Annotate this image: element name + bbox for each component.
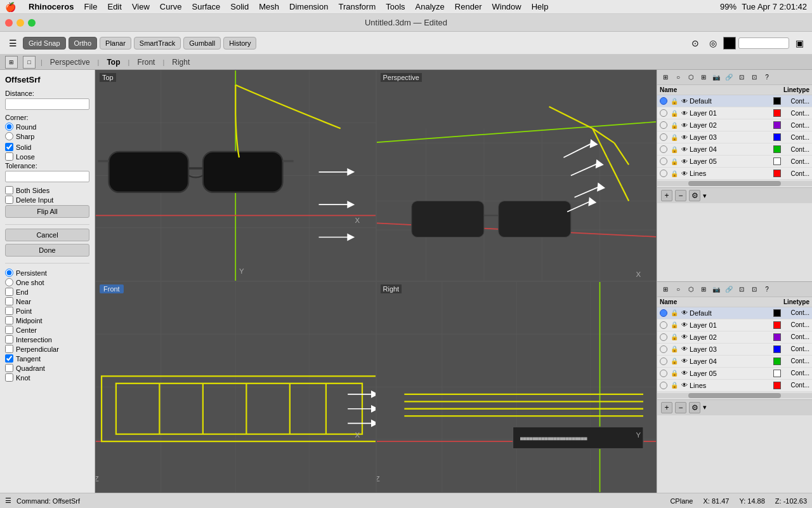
delete-input-checkbox-item[interactable]: Delete Input bbox=[5, 196, 89, 204]
layer-row[interactable]: 🔒👁Layer 03Cont... bbox=[657, 131, 812, 144]
eye-icon[interactable]: 👁 bbox=[680, 309, 689, 318]
remove-layer-button-top[interactable]: − bbox=[675, 190, 686, 201]
done-button[interactable]: Done bbox=[5, 244, 89, 257]
oneshot-radio-item[interactable]: One shot bbox=[5, 278, 89, 286]
both-sides-checkbox-item[interactable]: Both Sides bbox=[5, 186, 89, 194]
layer-icon-2[interactable]: ○ bbox=[672, 72, 684, 83]
tab-perspective[interactable]: Perspective bbox=[43, 57, 98, 68]
layer-color-swatch[interactable] bbox=[773, 358, 781, 365]
layer-color-swatch[interactable] bbox=[773, 321, 781, 329]
snap-tangent-checkbox[interactable] bbox=[5, 354, 13, 363]
menu-mesh[interactable]: Mesh bbox=[259, 2, 279, 11]
layer-radio-default[interactable] bbox=[660, 309, 667, 317]
flip-all-button[interactable]: Flip All bbox=[5, 205, 89, 218]
snap-end-checkbox[interactable] bbox=[5, 288, 13, 296]
sharp-radio-item[interactable]: Sharp bbox=[5, 132, 89, 140]
sidebar-right-toggle[interactable]: ▣ bbox=[792, 36, 807, 51]
eye-icon[interactable]: 👁 bbox=[680, 333, 689, 342]
add-layer-button-top[interactable]: + bbox=[661, 190, 672, 201]
snap-point-item[interactable]: Point bbox=[5, 307, 89, 315]
layer-color-swatch[interactable] bbox=[773, 133, 781, 141]
layer-icon-4[interactable]: ⊞ bbox=[698, 72, 709, 83]
layer-icon-b7[interactable]: ⊡ bbox=[736, 283, 747, 295]
layer-row[interactable]: 🔒👁Layer 02Cont... bbox=[657, 119, 812, 131]
tab-top[interactable]: Top bbox=[99, 57, 128, 68]
solid-checkbox[interactable] bbox=[5, 143, 13, 151]
layer-radio-layer 05[interactable] bbox=[660, 157, 667, 165]
viewport-perspective[interactable]: Perspective bbox=[376, 70, 657, 281]
menu-window[interactable]: Window bbox=[492, 2, 521, 11]
viewport-right[interactable]: Right bbox=[376, 281, 657, 493]
menu-file[interactable]: File bbox=[84, 2, 98, 11]
cplane-indicator[interactable]: CPlane bbox=[670, 497, 693, 505]
grid-snap-button[interactable]: Grid Snap bbox=[23, 37, 66, 50]
layer-color-swatch[interactable] bbox=[773, 333, 781, 341]
menu-dimension[interactable]: Dimension bbox=[289, 2, 328, 11]
layer-icon-7[interactable]: ⊡ bbox=[736, 72, 747, 83]
round-radio[interactable] bbox=[5, 123, 13, 131]
color-swatch[interactable] bbox=[723, 37, 736, 50]
solid-checkbox-item[interactable]: Solid bbox=[5, 143, 89, 151]
round-radio-item[interactable]: Round bbox=[5, 123, 89, 131]
sidebar-toggle-button[interactable]: ☰ bbox=[5, 36, 20, 51]
tab-right[interactable]: Right bbox=[164, 57, 197, 68]
viewport-front[interactable]: Front bbox=[95, 281, 376, 493]
layer-row[interactable]: 🔒👁LinesCont... bbox=[657, 380, 812, 392]
planar-button[interactable]: Planar bbox=[100, 37, 131, 50]
layer-radio-lines[interactable] bbox=[660, 382, 667, 389]
tab-front[interactable]: Front bbox=[129, 57, 162, 68]
layer-icon-b3[interactable]: ⬡ bbox=[685, 283, 697, 295]
layer-row[interactable]: 🔒👁LinesCont... bbox=[657, 168, 812, 180]
menu-help[interactable]: Help bbox=[532, 2, 549, 11]
remove-layer-button-bottom[interactable]: − bbox=[675, 402, 686, 413]
layer-input[interactable]: Default bbox=[738, 37, 789, 49]
layer-icon-b2[interactable]: ○ bbox=[672, 283, 684, 295]
layer-radio-layer 04[interactable] bbox=[660, 358, 667, 365]
layer-icon-6[interactable]: 🔗 bbox=[723, 72, 735, 83]
snap-point-checkbox[interactable] bbox=[5, 307, 13, 315]
viewport-grid-icon[interactable]: ⊞ bbox=[5, 56, 18, 69]
layer-icon-b1[interactable]: ⊞ bbox=[660, 283, 671, 295]
cancel-button[interactable]: Cancel bbox=[5, 229, 89, 241]
app-menu-rhinoceros[interactable]: Rhinoceros bbox=[29, 2, 74, 11]
both-sides-checkbox[interactable] bbox=[5, 186, 13, 194]
snap-midpoint-checkbox[interactable] bbox=[5, 316, 13, 324]
history-button[interactable]: History bbox=[223, 37, 256, 50]
layers-scrollbar-bottom[interactable] bbox=[657, 393, 812, 398]
layer-color-swatch[interactable] bbox=[773, 382, 781, 389]
add-layer-button-bottom[interactable]: + bbox=[661, 402, 672, 413]
snap-near-item[interactable]: Near bbox=[5, 297, 89, 305]
snap-perpendicular-checkbox[interactable] bbox=[5, 345, 13, 353]
ortho-button[interactable]: Ortho bbox=[69, 37, 98, 50]
smart-track-button[interactable]: SmartTrack bbox=[134, 37, 181, 50]
layer-icon-1[interactable]: ⊞ bbox=[660, 72, 671, 83]
snap-end-item[interactable]: End bbox=[5, 288, 89, 296]
snap-quadrant-checkbox[interactable] bbox=[5, 364, 13, 372]
layer-row[interactable]: 🔒👁Layer 04Cont... bbox=[657, 356, 812, 368]
layer-row[interactable]: 🔒👁DefaultCont... bbox=[657, 307, 812, 319]
eye-icon[interactable]: 👁 bbox=[680, 157, 689, 166]
snap-intersection-item[interactable]: Intersection bbox=[5, 335, 89, 344]
layer-color-swatch[interactable] bbox=[773, 157, 781, 165]
menu-transform[interactable]: Transform bbox=[338, 2, 376, 11]
layer-radio-layer 03[interactable] bbox=[660, 345, 667, 353]
layer-radio-layer 05[interactable] bbox=[660, 370, 667, 377]
layer-icon-b4[interactable]: ⊞ bbox=[698, 283, 709, 295]
menu-curve[interactable]: Curve bbox=[160, 2, 182, 11]
viewport-single-icon[interactable]: □ bbox=[23, 56, 36, 69]
maximize-button[interactable] bbox=[28, 19, 36, 27]
layer-row[interactable]: 🔒👁Layer 01Cont... bbox=[657, 319, 812, 331]
menu-view[interactable]: View bbox=[132, 2, 150, 11]
close-button[interactable] bbox=[5, 19, 13, 27]
snap-knot-item[interactable]: Knot bbox=[5, 373, 89, 382]
eye-icon[interactable]: 👁 bbox=[680, 369, 689, 378]
layer-row[interactable]: 🔒👁Layer 04Cont... bbox=[657, 144, 812, 156]
layer-radio-layer 04[interactable] bbox=[660, 145, 667, 153]
layer-icon-b5[interactable]: 📷 bbox=[710, 283, 722, 295]
snap-knot-checkbox[interactable] bbox=[5, 373, 13, 382]
layer-help-icon-b[interactable]: ? bbox=[761, 283, 773, 295]
settings-layer-button-bottom[interactable]: ⚙ bbox=[689, 402, 700, 413]
layer-color-swatch[interactable] bbox=[773, 145, 781, 153]
layer-radio-lines[interactable] bbox=[660, 170, 667, 177]
eye-icon[interactable]: 👁 bbox=[680, 345, 689, 354]
